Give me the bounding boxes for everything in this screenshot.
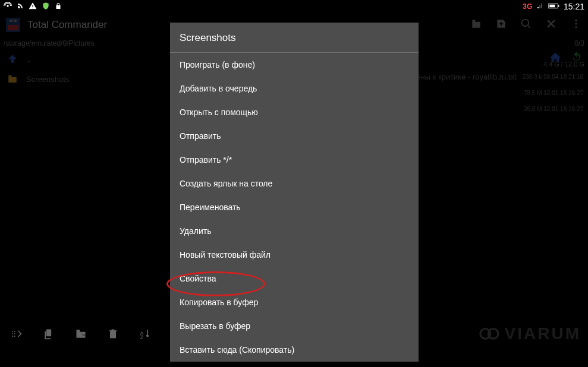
signal-icon [536, 2, 545, 11]
status-bar: 3G 15:21 [0, 0, 588, 13]
svg-point-5 [575, 20, 577, 21]
menu-paste-copy[interactable]: Вставить сюда (Скопировать) [170, 338, 419, 362]
reload-icon[interactable] [570, 51, 583, 67]
new-file-icon[interactable] [495, 18, 507, 32]
app-icon [6, 18, 20, 32]
hotspot-icon [4, 2, 12, 12]
search-icon[interactable] [520, 18, 532, 32]
up-icon [5, 52, 20, 65]
menu-send[interactable]: Отправить [170, 124, 419, 148]
sort-icon[interactable]: AZ [139, 328, 151, 342]
lock-icon [55, 2, 62, 11]
delete-icon[interactable] [107, 328, 119, 342]
menu-play-bg[interactable]: Проиграть (в фоне) [170, 53, 419, 77]
right-counter: 0/3 [574, 39, 584, 48]
svg-text:Z: Z [140, 334, 143, 340]
copy-icon[interactable] [43, 328, 55, 342]
menu-new-text[interactable]: Новый текстовый файл [170, 243, 419, 267]
move-icon[interactable] [75, 328, 87, 342]
svg-rect-3 [558, 5, 559, 7]
folder-icon[interactable] [470, 18, 482, 32]
menu-shortcut[interactable]: Создать ярлык на столе [170, 172, 419, 195]
folder-icon [5, 72, 20, 86]
menu-cut-clip[interactable]: Вырезать в буфер [170, 314, 419, 338]
network-label: 3G [523, 2, 533, 11]
shield-icon [42, 2, 50, 12]
menu-add-queue[interactable]: Добавить в очередь [170, 77, 419, 100]
context-menu: Screenshots Проиграть (в фоне) Добавить … [170, 23, 419, 362]
close-icon[interactable] [545, 18, 557, 32]
battery-icon [548, 2, 560, 11]
menu-delete[interactable]: Удалить [170, 219, 419, 243]
menu-copy-clip[interactable]: Копировать в буфер [170, 290, 419, 314]
menu-send-any[interactable]: Отправить */* [170, 148, 419, 172]
clock-text: 15:21 [564, 2, 584, 11]
context-menu-title: Screenshots [170, 23, 419, 53]
menu-properties[interactable]: Свойства [170, 267, 419, 290]
overflow-icon[interactable] [570, 18, 582, 32]
left-path[interactable]: /storage/emulated/0/Pictures [4, 39, 95, 48]
app-title: Total Commander [27, 19, 107, 31]
watermark: VIARUM [477, 324, 581, 343]
svg-point-6 [575, 23, 577, 24]
svg-rect-4 [549, 4, 555, 7]
rss-icon [17, 2, 24, 11]
warning-icon [29, 2, 37, 12]
svg-point-0 [7, 5, 9, 7]
home-icon[interactable] [549, 51, 562, 67]
svg-point-1 [18, 7, 19, 8]
menu-open-with[interactable]: Открыть с помощью [170, 100, 419, 124]
menu-rename[interactable]: Переименовать [170, 195, 419, 219]
select-icon[interactable] [11, 328, 23, 342]
svg-point-7 [575, 26, 577, 28]
